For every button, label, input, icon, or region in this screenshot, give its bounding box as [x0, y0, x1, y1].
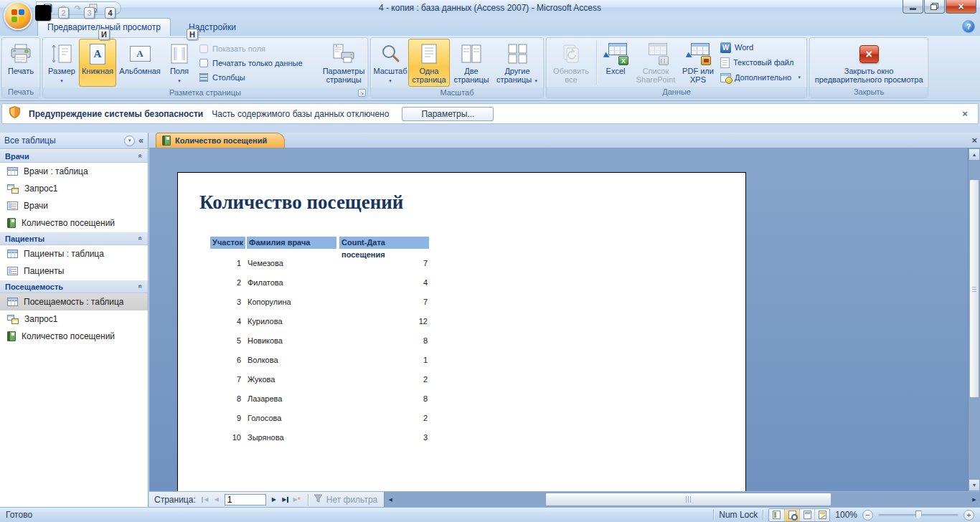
minimize-button[interactable]	[903, 0, 923, 14]
vertical-scroll-thumb[interactable]	[969, 179, 979, 398]
portrait-button[interactable]: Книжная	[79, 39, 116, 87]
export-excel-button[interactable]: Excel	[599, 39, 632, 86]
report-page[interactable]: Количество посещений Участок Фамилия вра…	[177, 172, 746, 491]
scroll-up-icon[interactable]	[969, 148, 980, 161]
report-row: 6Волкова1	[210, 350, 429, 369]
columns-label: Столбцы	[212, 73, 245, 82]
report-row: 9Голосова2	[210, 408, 429, 427]
print-preview-viewport[interactable]: Количество посещений Участок Фамилия вра…	[149, 148, 968, 491]
cell-uchastok: 8	[210, 394, 245, 403]
ribbon: Печать Печать Размер Книжная	[0, 36, 980, 101]
separator	[308, 494, 308, 506]
page-setup-button[interactable]: Параметры страницы	[321, 39, 366, 87]
text-file-label: Текстовый файл	[733, 58, 793, 67]
zoom-button[interactable]: Масштаб	[372, 39, 408, 87]
nav-item-vrachi-form[interactable]: Врачи	[0, 197, 148, 214]
cell-count: 7	[336, 298, 429, 306]
nav-group-vrachi[interactable]: Врачи	[0, 149, 148, 163]
two-pages-button[interactable]: Две страницы	[450, 39, 493, 87]
horizontal-scroll-track[interactable]	[396, 492, 969, 507]
portrait-button-label: Книжная	[82, 67, 113, 75]
horizontal-scrollbar[interactable]	[384, 492, 980, 507]
export-text-button[interactable]: Текстовый файл	[720, 57, 801, 69]
vertical-scrollbar[interactable]	[968, 148, 980, 491]
keytip-undo: 2	[58, 7, 69, 19]
more-pages-button[interactable]: Другие страницы	[493, 39, 542, 87]
columns-button[interactable]: Столбцы	[199, 72, 317, 82]
one-page-button[interactable]: Одна страница	[408, 39, 450, 87]
layout-view-button[interactable]	[799, 509, 814, 521]
export-word-button[interactable]: Word	[720, 42, 801, 54]
page-navigation-bar: Страница: * Нет фильтра	[149, 491, 980, 507]
zoom-slider[interactable]	[878, 514, 958, 516]
nav-item-vrachi-report[interactable]: Количество посещений	[0, 214, 148, 232]
design-view-button[interactable]	[814, 509, 829, 521]
nav-group-poseshchaemost[interactable]: Посещаемость	[0, 280, 148, 293]
nav-menu-chevron-icon[interactable]	[124, 136, 135, 146]
nav-item-poseshchaemost-query[interactable]: Запрос1	[0, 310, 148, 328]
sharepoint-label: Список SharePoint	[634, 67, 677, 84]
access-window: 4 - копия : база данных (Access 2007) - …	[0, 0, 980, 522]
print-data-only-checkbox[interactable]: Печатать только данные	[199, 57, 317, 68]
nav-item-vrachi-table[interactable]: Врачи : таблица	[0, 163, 148, 180]
chevron-down-icon	[797, 75, 801, 80]
group-label-zoom: Масштаб	[371, 87, 543, 98]
filter-status: Нет фильтра	[314, 494, 378, 505]
horizontal-scroll-thumb[interactable]	[545, 493, 831, 506]
help-button[interactable]	[962, 20, 975, 33]
group-label-page-layout-text: Разметка страницы	[169, 88, 241, 97]
close-document-icon[interactable]	[971, 135, 977, 146]
report-view-button[interactable]	[769, 509, 784, 521]
cell-familiya: Копорулина	[245, 298, 336, 306]
zoom-slider-thumb[interactable]	[915, 511, 922, 520]
report-row: 2Филатова4	[210, 272, 429, 292]
nav-item-pacienty-form[interactable]: Пациенты	[0, 262, 148, 280]
zoom-in-button[interactable]	[963, 510, 974, 521]
export-more-button[interactable]: Дополнительно	[720, 72, 801, 84]
margins-button[interactable]: Поля	[164, 39, 195, 87]
landscape-button[interactable]: Альбомная	[116, 39, 164, 87]
scroll-down-icon[interactable]	[969, 479, 980, 491]
print-preview-view-button[interactable]	[784, 509, 799, 521]
word-icon	[720, 42, 731, 53]
export-pdf-button[interactable]: PDF или XPS	[679, 39, 717, 86]
print-button[interactable]: Печать	[4, 39, 38, 86]
report-row: 3Копорулина7	[210, 292, 429, 311]
scroll-right-icon[interactable]	[969, 492, 980, 507]
nav-item-poseshchaemost-report[interactable]: Количество посещений	[0, 328, 148, 345]
next-page-button[interactable]	[268, 494, 280, 505]
page-number-input[interactable]	[225, 494, 266, 506]
cell-uchastok: 7	[210, 375, 245, 384]
office-button[interactable]	[4, 1, 32, 30]
margins-icon	[169, 42, 189, 66]
size-button[interactable]: Размер	[44, 39, 79, 87]
shutter-close-icon[interactable]	[138, 136, 143, 146]
status-bar: Готово Num Lock 100%	[0, 507, 980, 522]
cell-familiya: Филатова	[245, 278, 336, 287]
scroll-left-icon[interactable]	[385, 492, 396, 507]
nav-group-pacienty[interactable]: Пациенты	[0, 232, 148, 245]
nav-item-pacienty-table[interactable]: Пациенты : таблица	[0, 245, 148, 262]
security-close-icon[interactable]	[959, 108, 971, 119]
export-sharepoint-button: Список SharePoint	[632, 39, 679, 86]
close-window-button[interactable]	[946, 0, 976, 14]
close-preview-button[interactable]: Закрыть окно предварительного просмотра	[811, 39, 926, 86]
restore-button[interactable]	[924, 0, 945, 14]
navigation-pane: Все таблицы Врачи Врачи : таблица Запрос…	[0, 133, 149, 507]
cell-familiya: Голосова	[245, 414, 336, 422]
group-label-close-text: Закрыть	[854, 87, 884, 96]
nav-pane-header[interactable]: Все таблицы	[0, 133, 148, 149]
table-icon	[7, 298, 18, 306]
nav-item-poseshchaemost-table[interactable]: Посещаемость : таблица	[0, 293, 148, 310]
sharepoint-icon	[644, 42, 668, 66]
nav-item-vrachi-query[interactable]: Запрос1	[0, 180, 148, 197]
document-tab[interactable]: Количество посещений	[156, 133, 285, 148]
last-page-button[interactable]	[280, 494, 291, 505]
dialog-launcher-icon[interactable]	[358, 89, 366, 97]
security-options-button[interactable]: Параметры...	[402, 107, 494, 121]
chevron-down-icon	[388, 77, 392, 85]
filter-status-label: Нет фильтра	[326, 495, 378, 505]
zoom-out-button[interactable]	[862, 510, 873, 521]
group-label-print-text: Печать	[8, 87, 34, 96]
query-icon	[7, 315, 19, 324]
